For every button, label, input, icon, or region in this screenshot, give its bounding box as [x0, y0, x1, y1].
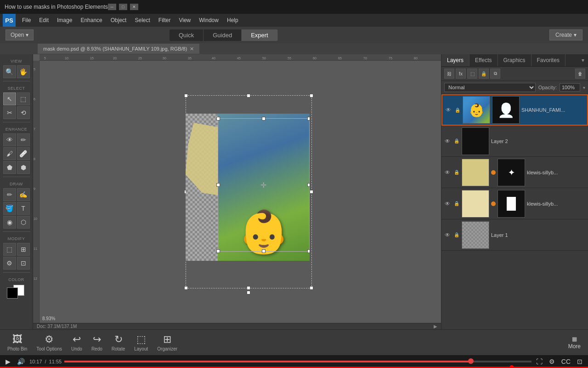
- handle-tr[interactable]: [310, 94, 313, 98]
- dodge-tool[interactable]: ✏: [17, 133, 30, 146]
- lasso-tool[interactable]: ⬚: [17, 92, 30, 105]
- quick-select-tool[interactable]: ✂: [3, 106, 16, 119]
- progress-bar[interactable]: [64, 361, 531, 362]
- straighten-tool[interactable]: ⊡: [17, 257, 30, 270]
- brush-tool[interactable]: ✏: [3, 188, 16, 201]
- redo-tool[interactable]: ↪ Redo: [88, 332, 106, 353]
- move-tool[interactable]: ↖: [3, 92, 16, 105]
- menu-file[interactable]: File: [18, 15, 34, 25]
- heal-tool[interactable]: 🩹: [17, 147, 30, 160]
- foreground-color[interactable]: [7, 288, 18, 299]
- handle-tm[interactable]: [247, 94, 250, 98]
- mode-expert[interactable]: Expert: [242, 29, 278, 41]
- opacity-input[interactable]: [560, 83, 580, 92]
- menu-edit[interactable]: Edit: [35, 15, 52, 25]
- shape-tool[interactable]: ⬡: [17, 216, 30, 229]
- menu-window[interactable]: Window: [195, 15, 222, 25]
- organizer-tool[interactable]: ⊞ Organizer: [153, 332, 181, 353]
- layer-item-2[interactable]: 👁 🔒 Layer 2: [441, 126, 588, 157]
- menu-enhance[interactable]: Enhance: [77, 15, 106, 25]
- layer-lock-btn[interactable]: 🔒: [479, 69, 489, 79]
- mode-guided[interactable]: Guided: [204, 29, 242, 41]
- text-tool[interactable]: T: [17, 202, 30, 215]
- tab-effects[interactable]: Effects: [469, 54, 498, 66]
- crop-tool[interactable]: ⬚: [3, 243, 16, 256]
- menu-help[interactable]: Help: [223, 15, 242, 25]
- open-button[interactable]: Open ▾: [6, 29, 34, 40]
- layer-link-btn[interactable]: ⛓: [444, 69, 454, 79]
- layer-lock-klewis2[interactable]: 🔒: [453, 201, 460, 207]
- canvas-area[interactable]: 5 10 15 20 25 30 35 40 45 50 55 60 65 70…: [33, 54, 441, 329]
- undo-tool[interactable]: ↩ Undo: [68, 332, 86, 353]
- layer-lock-shanhun[interactable]: 🔒: [454, 107, 461, 113]
- gradient-tool[interactable]: ◉: [3, 216, 16, 229]
- layer-lock-1[interactable]: 🔒: [453, 232, 460, 238]
- handle-br[interactable]: [310, 286, 313, 290]
- magic-wand-tool[interactable]: ⟲: [17, 106, 30, 119]
- layers-list[interactable]: 👁 🔒 👶 SHANHUN_FAMI... 👁 🔒 Layer 2: [441, 94, 588, 329]
- panel-collapse-btn[interactable]: ▾: [578, 54, 588, 66]
- create-button[interactable]: Create ▾: [549, 29, 582, 40]
- layer-delete-btn[interactable]: 🗑: [575, 69, 585, 79]
- layer-mask-btn[interactable]: ⬚: [467, 69, 477, 79]
- cc-button[interactable]: CC: [560, 357, 572, 366]
- scroll-btn[interactable]: ▶: [434, 324, 437, 329]
- zoom-tool[interactable]: 🔍: [3, 65, 16, 78]
- clone-tool[interactable]: ⬟: [3, 161, 16, 174]
- hand-tool[interactable]: 🖐: [17, 65, 30, 78]
- blur-tool[interactable]: 🖌: [3, 147, 16, 160]
- handle-bl[interactable]: [184, 286, 188, 290]
- transform-tool[interactable]: ⊞: [17, 243, 30, 256]
- doc-tab[interactable]: mask demo.psd @ 8.93% (SHANHUN_FAMILY 10…: [38, 44, 199, 54]
- pencil-tool[interactable]: ✍: [17, 188, 30, 201]
- handle-bm[interactable]: [247, 286, 250, 290]
- layer-item-klewis2[interactable]: 👁 🔒 klewis-sillyb...: [441, 188, 588, 219]
- menu-object[interactable]: Object: [107, 15, 130, 25]
- more-tool[interactable]: ▦ More: [565, 334, 584, 351]
- tool-options-tool[interactable]: ⚙ Tool Options: [33, 332, 66, 353]
- photo-bin-tool[interactable]: 🖼 Photo Bin: [4, 332, 31, 353]
- blend-mode-select[interactable]: Normal Multiply Screen: [444, 83, 536, 92]
- fullscreen-button[interactable]: ⛶: [534, 357, 544, 366]
- menu-select[interactable]: Select: [131, 15, 153, 25]
- mode-quick[interactable]: Quick: [170, 29, 204, 41]
- tab-graphics[interactable]: Graphics: [498, 54, 531, 66]
- play-button[interactable]: ▶: [4, 357, 12, 366]
- handle-tl[interactable]: [184, 94, 188, 98]
- layer-vis-2[interactable]: 👁: [443, 137, 452, 145]
- settings-vc-button[interactable]: ⚙: [547, 357, 557, 366]
- tab-favorites[interactable]: Favorites: [531, 54, 565, 66]
- layer-vis-shanhun[interactable]: 👁: [444, 106, 452, 114]
- handle-ext[interactable]: [247, 291, 250, 294]
- layer-vis-1[interactable]: 👁: [443, 231, 452, 239]
- menu-image[interactable]: Image: [53, 15, 76, 25]
- minimize-button[interactable]: ─: [108, 4, 116, 10]
- maximize-button[interactable]: □: [119, 4, 127, 10]
- layer-item-klewis1[interactable]: 👁 🔒 ✦ klewis-sillyb...: [441, 157, 588, 188]
- layer-fx-btn[interactable]: fx: [456, 69, 466, 79]
- paint-bucket-tool[interactable]: 🪣: [3, 202, 16, 215]
- layer-vis-klewis2[interactable]: 👁: [443, 200, 452, 208]
- layer-vis-klewis1[interactable]: 👁: [443, 168, 452, 177]
- layer-item-shanhun[interactable]: 👁 🔒 👶 SHANHUN_FAMI...: [441, 94, 588, 126]
- opacity-arrow[interactable]: ▾: [583, 85, 585, 90]
- layer-lock-2[interactable]: 🔒: [453, 138, 460, 144]
- youtube-progress-knob[interactable]: [509, 365, 514, 368]
- volume-button[interactable]: 🔊: [15, 357, 27, 366]
- close-button[interactable]: ✕: [130, 4, 138, 10]
- handle-mr[interactable]: [310, 190, 313, 194]
- layer-item-1[interactable]: 👁 🔒 Layer 1: [441, 219, 588, 251]
- doc-tab-close[interactable]: ✕: [190, 46, 194, 52]
- tab-layers[interactable]: Layers: [441, 54, 469, 66]
- eyedropper-tool[interactable]: 👁: [3, 133, 16, 146]
- rotate-tool[interactable]: ↻ Rotate: [108, 332, 129, 353]
- layout-tool[interactable]: ⬚ Layout: [130, 332, 152, 353]
- layer-lock-klewis1[interactable]: 🔒: [453, 169, 460, 176]
- eraser-tool[interactable]: ⬢: [17, 161, 30, 174]
- menu-view[interactable]: View: [175, 15, 194, 25]
- layer-clone-btn[interactable]: ⧉: [490, 69, 500, 79]
- recompose-tool[interactable]: ⚙: [3, 257, 16, 270]
- menu-filter[interactable]: Filter: [155, 15, 175, 25]
- progress-knob[interactable]: [468, 358, 474, 364]
- theater-button[interactable]: ⊡: [575, 357, 584, 366]
